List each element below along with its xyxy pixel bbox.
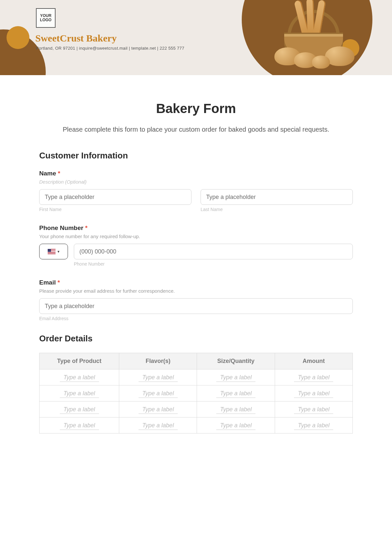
table-cell[interactable]: Type a label (40, 417, 119, 433)
table-cell[interactable]: Type a label (197, 385, 275, 401)
first-name-sublabel: First Name (39, 207, 191, 212)
cell-placeholder: Type a label (139, 421, 178, 430)
form-intro: Please complete this form to place your … (62, 124, 330, 134)
table-row: Type a labelType a labelType a labelType… (40, 369, 353, 385)
phone-description: Your phone number for any required follo… (39, 234, 353, 239)
cell-placeholder: Type a label (216, 421, 255, 430)
table-cell[interactable]: Type a label (119, 385, 197, 401)
name-required-mark: * (58, 170, 60, 177)
email-input[interactable] (39, 298, 353, 314)
field-phone: Phone Number * Your phone number for any… (39, 224, 353, 267)
table-cell[interactable]: Type a label (119, 401, 197, 417)
section-order-details: Order Details (39, 334, 353, 344)
table-cell[interactable]: Type a label (197, 417, 275, 433)
company-contact-line: Portland, OR 97201 | inquire@sweetcrust.… (36, 46, 184, 51)
header-banner: YOUR LOGO SweetCrust Bakery Portland, OR… (0, 0, 392, 75)
name-description: Description (Optional) (39, 179, 353, 185)
cell-placeholder: Type a label (294, 421, 333, 430)
col-size: Size/Quantity (197, 353, 275, 369)
bread-basket-illustration (271, 13, 356, 69)
table-cell[interactable]: Type a label (197, 369, 275, 385)
cell-placeholder: Type a label (60, 421, 99, 430)
chevron-down-icon: ▾ (57, 249, 59, 254)
decor-circle-gold-left (7, 26, 29, 49)
last-name-input[interactable] (201, 189, 353, 205)
phone-label-text: Phone Number (39, 224, 83, 231)
cell-placeholder: Type a label (139, 373, 178, 382)
table-cell[interactable]: Type a label (40, 385, 119, 401)
phone-required-mark: * (85, 224, 87, 231)
phone-sublabel: Phone Number (74, 261, 353, 267)
email-label: Email * (39, 279, 353, 286)
email-required-mark: * (57, 279, 60, 286)
email-label-text: Email (39, 279, 56, 286)
table-cell[interactable]: Type a label (275, 417, 352, 433)
logo-placeholder: YOUR LOGO (36, 8, 56, 28)
company-name: SweetCrust Bakery (35, 33, 117, 44)
cell-placeholder: Type a label (60, 405, 99, 414)
logo-text: YOUR LOGO (40, 14, 51, 22)
phone-input[interactable] (74, 244, 353, 259)
us-flag-icon (48, 249, 56, 254)
table-cell[interactable]: Type a label (197, 401, 275, 417)
field-name: Name * Description (Optional) First Name… (39, 170, 353, 212)
cell-placeholder: Type a label (216, 389, 255, 398)
phone-label: Phone Number * (39, 224, 353, 232)
first-name-input[interactable] (39, 189, 191, 205)
form-title: Bakery Form (39, 101, 353, 116)
table-row: Type a labelType a labelType a labelType… (40, 417, 353, 433)
col-flavor: Flavor(s) (119, 353, 197, 369)
table-cell[interactable]: Type a label (275, 401, 352, 417)
name-label: Name * (39, 170, 353, 177)
table-row: Type a labelType a labelType a labelType… (40, 401, 353, 417)
col-type: Type of Product (40, 353, 119, 369)
table-cell[interactable]: Type a label (275, 385, 352, 401)
table-cell[interactable]: Type a label (40, 401, 119, 417)
email-sublabel: Email Address (39, 316, 353, 321)
table-row: Type a labelType a labelType a labelType… (40, 385, 353, 401)
cell-placeholder: Type a label (60, 373, 99, 382)
cell-placeholder: Type a label (139, 389, 178, 398)
form-body: Bakery Form Please complete this form to… (0, 75, 392, 447)
last-name-sublabel: Last Name (201, 207, 353, 212)
order-table-header-row: Type of Product Flavor(s) Size/Quantity … (40, 353, 353, 369)
cell-placeholder: Type a label (294, 389, 333, 398)
table-cell[interactable]: Type a label (119, 369, 197, 385)
email-description: Please provide your email address for fu… (39, 288, 353, 294)
country-code-selector[interactable]: ▾ (39, 244, 68, 259)
table-cell[interactable]: Type a label (119, 417, 197, 433)
name-label-text: Name (39, 170, 56, 177)
cell-placeholder: Type a label (216, 373, 255, 382)
section-customer-info: Customer Information (39, 151, 353, 161)
cell-placeholder: Type a label (139, 405, 178, 414)
cell-placeholder: Type a label (60, 389, 99, 398)
col-amount: Amount (275, 353, 352, 369)
table-cell[interactable]: Type a label (40, 369, 119, 385)
cell-placeholder: Type a label (294, 405, 333, 414)
cell-placeholder: Type a label (294, 373, 333, 382)
cell-placeholder: Type a label (216, 405, 255, 414)
field-email: Email * Please provide your email addres… (39, 279, 353, 321)
order-table: Type of Product Flavor(s) Size/Quantity … (39, 353, 353, 433)
table-cell[interactable]: Type a label (275, 369, 352, 385)
